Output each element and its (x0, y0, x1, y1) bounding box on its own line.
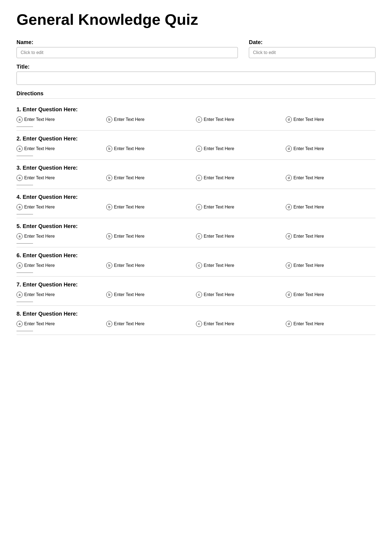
answer-option-7-b[interactable]: bEnter Text Here (106, 292, 196, 298)
answer-circle-c: c (196, 292, 202, 298)
answer-underline-8 (17, 331, 33, 331)
answer-option-1-c[interactable]: cEnter Text Here (196, 116, 286, 123)
answer-text-8-a: Enter Text Here (24, 321, 55, 326)
answers-row-3: aEnter Text HerebEnter Text HerecEnter T… (17, 175, 375, 181)
answer-circle-c: c (196, 233, 202, 239)
answer-underline-5 (17, 243, 33, 244)
answers-row-8: aEnter Text HerebEnter Text HerecEnter T… (17, 321, 375, 327)
answer-circle-c: c (196, 321, 202, 327)
answer-text-7-c: Enter Text Here (204, 292, 234, 297)
question-title-1: 1. Enter Question Here: (17, 106, 375, 113)
directions-section: Directions (17, 90, 375, 99)
title-label: Title: (17, 64, 375, 70)
question-block-5: 5. Enter Question Here:aEnter Text Hereb… (17, 218, 375, 247)
question-title-6: 6. Enter Question Here: (17, 252, 375, 259)
answer-option-8-c[interactable]: cEnter Text Here (196, 321, 286, 327)
answer-option-4-a[interactable]: aEnter Text Here (17, 204, 106, 210)
answer-circle-d: d (286, 146, 292, 152)
answer-circle-d: d (286, 262, 292, 269)
answer-circle-a: a (17, 233, 23, 239)
answer-underline-7 (17, 302, 33, 302)
answer-circle-d: d (286, 292, 292, 298)
answer-text-3-a: Enter Text Here (24, 175, 55, 180)
answer-option-7-a[interactable]: aEnter Text Here (17, 292, 106, 298)
answer-option-1-d[interactable]: dEnter Text Here (286, 116, 375, 123)
answer-option-3-a[interactable]: aEnter Text Here (17, 175, 106, 181)
answer-circle-b: b (106, 146, 112, 152)
answer-option-2-c[interactable]: cEnter Text Here (196, 146, 286, 152)
question-block-2: 2. Enter Question Here:aEnter Text Hereb… (17, 131, 375, 160)
question-title-5: 5. Enter Question Here: (17, 223, 375, 229)
answer-text-1-d: Enter Text Here (293, 117, 324, 122)
answer-underline-6 (17, 272, 33, 273)
answer-option-3-d[interactable]: dEnter Text Here (286, 175, 375, 181)
answer-text-5-c: Enter Text Here (204, 234, 234, 239)
answer-option-6-a[interactable]: aEnter Text Here (17, 262, 106, 269)
answer-option-2-d[interactable]: dEnter Text Here (286, 146, 375, 152)
answer-circle-c: c (196, 262, 202, 269)
answer-option-8-d[interactable]: dEnter Text Here (286, 321, 375, 327)
answer-option-2-b[interactable]: bEnter Text Here (106, 146, 196, 152)
question-title-3: 3. Enter Question Here: (17, 165, 375, 171)
answer-option-3-c[interactable]: cEnter Text Here (196, 175, 286, 181)
answers-row-4: aEnter Text HerebEnter Text HerecEnter T… (17, 204, 375, 210)
answer-text-6-b: Enter Text Here (114, 263, 145, 268)
answers-row-7: aEnter Text HerebEnter Text HerecEnter T… (17, 292, 375, 298)
name-input[interactable] (17, 47, 238, 58)
answer-option-6-c[interactable]: cEnter Text Here (196, 262, 286, 269)
answer-option-6-b[interactable]: bEnter Text Here (106, 262, 196, 269)
answer-text-4-b: Enter Text Here (114, 205, 145, 210)
answer-circle-d: d (286, 204, 292, 210)
answer-option-5-d[interactable]: dEnter Text Here (286, 233, 375, 239)
question-block-8: 8. Enter Question Here:aEnter Text Hereb… (17, 306, 375, 335)
answer-option-3-b[interactable]: bEnter Text Here (106, 175, 196, 181)
answer-option-8-b[interactable]: bEnter Text Here (106, 321, 196, 327)
answer-circle-b: b (106, 116, 112, 123)
answer-option-5-b[interactable]: bEnter Text Here (106, 233, 196, 239)
directions-label: Directions (17, 90, 375, 97)
answer-text-8-b: Enter Text Here (114, 321, 145, 326)
answer-text-6-c: Enter Text Here (204, 263, 234, 268)
answer-text-5-d: Enter Text Here (293, 234, 324, 239)
answer-text-3-c: Enter Text Here (204, 175, 234, 180)
answer-circle-a: a (17, 204, 23, 210)
answer-option-4-b[interactable]: bEnter Text Here (106, 204, 196, 210)
title-group: Title: (17, 64, 375, 85)
date-input[interactable] (249, 47, 375, 58)
answer-text-6-d: Enter Text Here (293, 263, 324, 268)
answer-option-5-a[interactable]: aEnter Text Here (17, 233, 106, 239)
answer-circle-c: c (196, 175, 202, 181)
answer-text-2-c: Enter Text Here (204, 146, 234, 151)
answer-circle-a: a (17, 292, 23, 298)
answer-option-1-a[interactable]: aEnter Text Here (17, 116, 106, 123)
answer-circle-d: d (286, 175, 292, 181)
answer-option-6-d[interactable]: dEnter Text Here (286, 262, 375, 269)
directions-divider (17, 98, 375, 99)
answers-row-2: aEnter Text HerebEnter Text HerecEnter T… (17, 146, 375, 152)
answer-option-7-c[interactable]: cEnter Text Here (196, 292, 286, 298)
answer-circle-b: b (106, 321, 112, 327)
answer-option-1-b[interactable]: bEnter Text Here (106, 116, 196, 123)
question-block-4: 4. Enter Question Here:aEnter Text Hereb… (17, 189, 375, 218)
question-title-7: 7. Enter Question Here: (17, 281, 375, 288)
question-title-4: 4. Enter Question Here: (17, 194, 375, 200)
answer-option-5-c[interactable]: cEnter Text Here (196, 233, 286, 239)
answer-underline-3 (17, 185, 33, 185)
answers-row-5: aEnter Text HerebEnter Text HerecEnter T… (17, 233, 375, 239)
answer-circle-c: c (196, 116, 202, 123)
answer-underline-2 (17, 156, 33, 156)
answer-circle-a: a (17, 321, 23, 327)
answer-option-2-a[interactable]: aEnter Text Here (17, 146, 106, 152)
answer-circle-c: c (196, 146, 202, 152)
title-input[interactable] (17, 72, 375, 85)
answer-circle-a: a (17, 116, 23, 123)
answer-text-2-a: Enter Text Here (24, 146, 55, 151)
answer-option-8-a[interactable]: aEnter Text Here (17, 321, 106, 327)
answer-option-7-d[interactable]: dEnter Text Here (286, 292, 375, 298)
answer-option-4-d[interactable]: dEnter Text Here (286, 204, 375, 210)
answer-text-8-c: Enter Text Here (204, 321, 234, 326)
answer-text-8-d: Enter Text Here (293, 321, 324, 326)
answer-option-4-c[interactable]: cEnter Text Here (196, 204, 286, 210)
name-group: Name: (17, 39, 238, 58)
name-label: Name: (17, 39, 238, 45)
